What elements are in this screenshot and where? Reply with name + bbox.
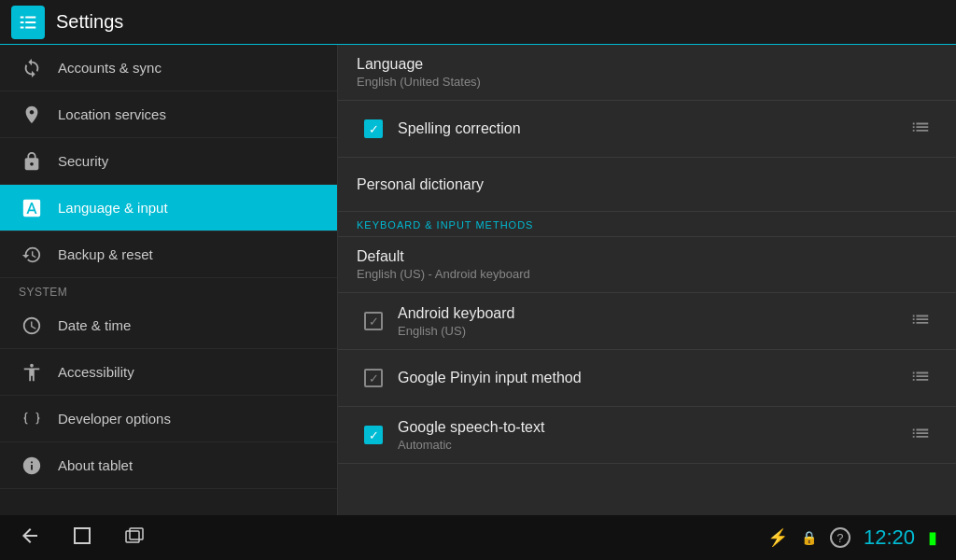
- google-pinyin-item[interactable]: ✓ Google Pinyin input method: [338, 350, 956, 407]
- google-speech-subtitle: Automatic: [398, 438, 904, 452]
- language-text: Language English (United States): [357, 56, 937, 89]
- svg-rect-0: [126, 531, 139, 542]
- android-keyboard-text: Android keyboard English (US): [398, 305, 904, 338]
- home-button[interactable]: [71, 525, 93, 552]
- sidebar-item-developer-options[interactable]: Developer options: [0, 396, 337, 442]
- default-keyboard-subtitle: English (US) - Android keyboard: [357, 267, 937, 281]
- braces-icon: [19, 406, 45, 432]
- language-item[interactable]: Language English (United States): [338, 45, 956, 101]
- clock-icon: [19, 313, 45, 339]
- android-keyboard-subtitle: English (US): [398, 324, 904, 338]
- sidebar-item-accessibility[interactable]: Accessibility: [0, 349, 337, 396]
- personal-dictionary-item[interactable]: Personal dictionary: [338, 158, 956, 212]
- default-keyboard-title: Default: [357, 248, 937, 265]
- usb-icon: ⚡: [767, 527, 788, 548]
- google-speech-text: Google speech-to-text Automatic: [398, 419, 904, 452]
- personal-dictionary-title: Personal dictionary: [357, 176, 937, 193]
- sidebar-label-about-tablet: About tablet: [58, 457, 133, 473]
- help-icon: ?: [830, 527, 851, 548]
- google-pinyin-text: Google Pinyin input method: [398, 370, 904, 386]
- android-keyboard-title: Android keyboard: [398, 305, 904, 322]
- sidebar-item-accounts-sync[interactable]: Accounts & sync: [0, 45, 337, 91]
- checked-gray-icon2: ✓: [364, 369, 383, 387]
- sidebar-label-location-services: Location services: [58, 106, 166, 122]
- sidebar-label-language-input: Language & input: [58, 200, 168, 216]
- checked-gray-icon: ✓: [364, 312, 383, 330]
- backup-icon: [19, 242, 45, 268]
- content-area: Language English (United States) ✓ Spell…: [338, 45, 956, 515]
- sidebar-item-date-time[interactable]: Date & time: [0, 302, 337, 349]
- bottom-nav: [19, 525, 146, 552]
- spelling-correction-item[interactable]: ✓ Spelling correction: [338, 101, 956, 158]
- accessibility-icon: [19, 359, 45, 385]
- system-section-header: SYSTEM: [0, 278, 337, 302]
- language-subtitle: English (United States): [357, 75, 937, 89]
- sidebar-label-security: Security: [58, 153, 108, 169]
- font-icon: [19, 195, 45, 221]
- sidebar-item-security[interactable]: Security: [0, 138, 337, 185]
- top-bar: Settings: [0, 0, 956, 45]
- google-speech-checkbox[interactable]: ✓: [357, 426, 390, 444]
- settings-app-icon: [11, 6, 45, 39]
- default-keyboard-item[interactable]: Default English (US) - Android keyboard: [338, 237, 956, 293]
- lock-icon: [19, 148, 45, 175]
- checked-blue-icon: ✓: [364, 119, 383, 138]
- recents-button[interactable]: [123, 525, 146, 552]
- default-keyboard-text: Default English (US) - Android keyboard: [357, 248, 937, 281]
- personal-dictionary-text: Personal dictionary: [357, 176, 937, 193]
- keyboard-section-header: KEYBOARD & INPUT METHODS: [338, 212, 956, 237]
- main-layout: Accounts & sync Location services Securi…: [0, 45, 956, 515]
- google-speech-settings-icon[interactable]: [904, 418, 937, 452]
- spelling-correction-checkbox[interactable]: ✓: [357, 119, 390, 138]
- google-speech-title: Google speech-to-text: [398, 419, 904, 436]
- clock-display: 12:20: [864, 525, 915, 550]
- battery-icon: ▮: [928, 527, 937, 548]
- sync-icon: [19, 55, 45, 81]
- sidebar-item-backup-reset[interactable]: Backup & reset: [0, 231, 337, 278]
- back-button[interactable]: [19, 525, 41, 552]
- spelling-correction-text: Spelling correction: [398, 120, 904, 137]
- checked-blue-icon2: ✓: [364, 426, 383, 444]
- google-pinyin-title: Google Pinyin input method: [398, 370, 904, 386]
- sidebar-item-location-services[interactable]: Location services: [0, 91, 337, 138]
- google-pinyin-checkbox[interactable]: ✓: [357, 369, 390, 387]
- google-speech-item[interactable]: ✓ Google speech-to-text Automatic: [338, 407, 956, 464]
- sidebar: Accounts & sync Location services Securi…: [0, 45, 338, 515]
- info-icon: [19, 453, 45, 479]
- language-title: Language: [357, 56, 937, 73]
- bottom-status: ⚡ 🔒 ? 12:20 ▮: [767, 525, 937, 550]
- sidebar-label-accounts-sync: Accounts & sync: [58, 60, 162, 76]
- android-keyboard-settings-icon[interactable]: [904, 304, 937, 338]
- sidebar-label-developer-options: Developer options: [58, 411, 171, 427]
- sidebar-label-accessibility: Accessibility: [58, 364, 134, 380]
- google-pinyin-settings-icon[interactable]: [904, 361, 937, 395]
- spelling-correction-title: Spelling correction: [398, 120, 904, 137]
- android-keyboard-checkbox[interactable]: ✓: [357, 312, 390, 330]
- sidebar-item-about-tablet[interactable]: About tablet: [0, 442, 337, 489]
- sidebar-label-backup-reset: Backup & reset: [58, 246, 153, 262]
- android-keyboard-item[interactable]: ✓ Android keyboard English (US): [338, 293, 956, 350]
- page-title: Settings: [56, 11, 123, 33]
- secure-icon: 🔒: [801, 530, 817, 545]
- bottom-bar: ⚡ 🔒 ? 12:20 ▮: [0, 515, 956, 560]
- sidebar-item-language-input[interactable]: Language & input: [0, 185, 337, 231]
- sidebar-label-date-time: Date & time: [58, 317, 131, 333]
- svg-rect-1: [130, 528, 143, 539]
- spelling-correction-settings-icon[interactable]: [904, 112, 937, 146]
- location-icon: [19, 102, 45, 128]
